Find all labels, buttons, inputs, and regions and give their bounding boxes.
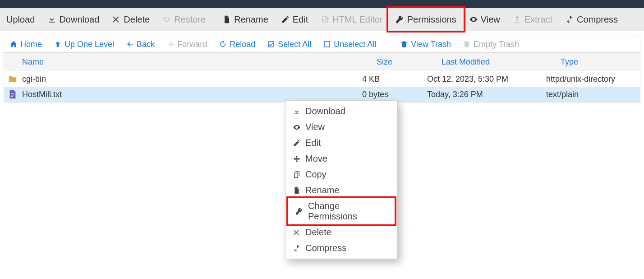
- col-modified[interactable]: Last Modified: [438, 53, 557, 71]
- view-trash-button[interactable]: View Trash: [400, 40, 451, 49]
- file-size: 0 bytes: [359, 90, 423, 99]
- up-one-level-button[interactable]: Up One Level: [54, 40, 114, 49]
- extract-button: Extract: [506, 8, 559, 31]
- view-trash-label: View Trash: [411, 40, 451, 49]
- select-all-label: Select All: [278, 40, 311, 49]
- nav-separator: [388, 39, 388, 50]
- arrow-right-icon: [166, 40, 175, 48]
- empty-trash-label: Empty Trash: [474, 40, 519, 49]
- arrow-up-icon: [54, 40, 62, 48]
- trash-icon: [400, 40, 408, 48]
- up-label: Up One Level: [64, 40, 114, 49]
- back-label: Back: [137, 40, 155, 49]
- nav-bar: Home Up One Level Back Forward Reload Se…: [4, 36, 640, 52]
- square-icon: [323, 40, 331, 48]
- arrow-left-icon: [126, 40, 134, 48]
- delete-button[interactable]: Delete: [106, 8, 156, 31]
- table-header: Name Size Last Modified Type Permis: [4, 52, 640, 71]
- col-name[interactable]: Name: [4, 53, 373, 71]
- restore-label: Restore: [174, 14, 206, 25]
- back-button[interactable]: Back: [126, 40, 155, 49]
- unselect-all-label: Unselect All: [334, 40, 376, 49]
- permissions-label: Permissions: [407, 14, 456, 25]
- window-titlebar: [0, 0, 644, 8]
- rename-button[interactable]: Rename: [216, 8, 275, 31]
- extract-label: Extract: [524, 14, 552, 25]
- text-file-icon: [8, 89, 18, 99]
- upload-label: Upload: [6, 14, 35, 25]
- select-all-button[interactable]: Select All: [267, 40, 311, 49]
- file-type: text/plain: [543, 90, 640, 99]
- col-size[interactable]: Size: [373, 53, 438, 71]
- forward-label: Forward: [177, 40, 207, 49]
- edit-label: Edit: [293, 14, 308, 25]
- html-editor-icon: [321, 15, 330, 24]
- reload-button[interactable]: Reload: [219, 40, 255, 49]
- forward-button: Forward: [166, 40, 207, 49]
- file-panel: Home Up One Level Back Forward Reload Se…: [4, 36, 640, 102]
- restore-button: Restore: [156, 8, 212, 31]
- download-label: Download: [59, 14, 99, 25]
- home-icon: [9, 40, 18, 48]
- download-icon: [47, 15, 56, 24]
- times-icon: [112, 15, 121, 24]
- key-icon: [396, 15, 405, 24]
- table-body: cgi-bin 4 KB Oct 12, 2023, 5:30 PM httpd…: [4, 71, 640, 102]
- table-row[interactable]: cgi-bin 4 KB Oct 12, 2023, 5:30 PM httpd…: [4, 71, 640, 87]
- html-editor-button: HTML Editor: [314, 8, 389, 31]
- file-modified: Oct 12, 2023, 5:30 PM: [423, 74, 543, 84]
- trash-icon: [463, 40, 471, 48]
- context-menu: Download View Edit Move Copy Rename Chan…: [285, 100, 398, 102]
- extract-icon: [513, 15, 522, 24]
- home-label: Home: [20, 40, 42, 49]
- col-type[interactable]: Type: [557, 53, 640, 71]
- delete-label: Delete: [124, 14, 150, 25]
- rename-label: Rename: [234, 14, 268, 25]
- file-modified: Today, 3:26 PM: [423, 90, 543, 99]
- restore-icon: [162, 15, 171, 24]
- view-button[interactable]: View: [463, 8, 506, 31]
- view-label: View: [481, 14, 500, 25]
- compress-label: Compress: [577, 14, 618, 25]
- check-square-icon: [267, 40, 275, 48]
- eye-icon: [469, 15, 478, 24]
- unselect-all-button[interactable]: Unselect All: [323, 40, 376, 49]
- download-button[interactable]: Download: [41, 8, 106, 31]
- compress-icon: [565, 15, 574, 24]
- main-toolbar: Upload Download Delete Restore Rename Ed…: [0, 8, 644, 31]
- pencil-icon: [281, 15, 290, 24]
- reload-label: Reload: [230, 40, 255, 49]
- file-type: httpd/unix-directory: [543, 74, 640, 84]
- edit-button[interactable]: Edit: [275, 8, 314, 31]
- permissions-button[interactable]: Permissions: [389, 8, 463, 31]
- home-button[interactable]: Home: [9, 40, 42, 49]
- file-size: 4 KB: [359, 74, 423, 84]
- folder-icon: [8, 74, 18, 84]
- html-editor-label: HTML Editor: [332, 14, 383, 25]
- empty-trash-button: Empty Trash: [463, 40, 519, 49]
- file-icon: [222, 15, 231, 24]
- table-row[interactable]: HostMill.txt 0 bytes Today, 3:26 PM text…: [4, 87, 640, 102]
- compress-button[interactable]: Compress: [559, 8, 624, 31]
- file-name: HostMill.txt: [22, 90, 62, 99]
- file-name: cgi-bin: [22, 74, 46, 84]
- upload-button[interactable]: Upload: [0, 8, 41, 31]
- reload-icon: [219, 40, 227, 48]
- toolbar-separator: [214, 8, 214, 31]
